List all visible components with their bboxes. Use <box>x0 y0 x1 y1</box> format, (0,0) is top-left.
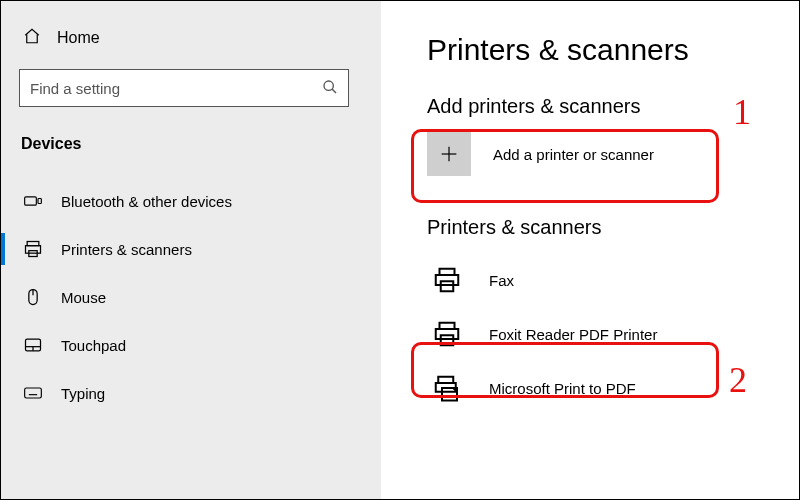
printer-glyph-icon <box>427 319 467 349</box>
sidebar-item-touchpad[interactable]: Touchpad <box>19 321 363 369</box>
svg-rect-21 <box>441 281 454 291</box>
svg-rect-1 <box>25 197 37 205</box>
add-printer-button[interactable]: Add a printer or scanner <box>427 132 727 176</box>
svg-rect-24 <box>441 335 454 345</box>
svg-rect-20 <box>436 275 459 285</box>
search-icon <box>322 79 338 98</box>
keyboard-icon <box>23 383 43 403</box>
printer-glyph-icon <box>427 265 467 295</box>
sidebar-section-label: Devices <box>21 135 363 153</box>
list-section-heading: Printers & scanners <box>427 216 759 239</box>
svg-rect-2 <box>38 199 41 204</box>
plus-icon <box>427 132 471 176</box>
printer-item-ms-print-pdf[interactable]: Microsoft Print to PDF <box>427 361 727 415</box>
sidebar-item-mouse[interactable]: Mouse <box>19 273 363 321</box>
sidebar-item-bluetooth[interactable]: Bluetooth & other devices <box>19 177 363 225</box>
svg-rect-23 <box>436 329 459 339</box>
sidebar-item-label: Touchpad <box>61 337 126 354</box>
sidebar-item-printers[interactable]: Printers & scanners <box>19 225 363 273</box>
svg-point-0 <box>324 81 333 90</box>
pdf-printer-glyph-icon <box>427 373 467 403</box>
add-section-heading: Add printers & scanners <box>427 95 759 118</box>
printer-item-foxit[interactable]: Foxit Reader PDF Printer <box>427 307 727 361</box>
svg-rect-11 <box>25 388 42 398</box>
home-nav[interactable]: Home <box>19 19 363 69</box>
main-panel: Printers & scanners Add printers & scann… <box>381 1 799 499</box>
search-input[interactable]: Find a setting <box>19 69 349 107</box>
printer-name: Microsoft Print to PDF <box>489 380 636 397</box>
settings-sidebar: Home Find a setting Devices Bluetooth & … <box>1 1 381 499</box>
add-printer-label: Add a printer or scanner <box>493 146 654 163</box>
touchpad-icon <box>23 335 43 355</box>
sidebar-item-label: Typing <box>61 385 105 402</box>
bluetooth-devices-icon <box>23 191 43 211</box>
printer-name: Foxit Reader PDF Printer <box>489 326 657 343</box>
mouse-icon <box>23 287 43 307</box>
home-label: Home <box>57 29 100 47</box>
printer-item-fax[interactable]: Fax <box>427 253 727 307</box>
sidebar-item-typing[interactable]: Typing <box>19 369 363 417</box>
sidebar-item-label: Printers & scanners <box>61 241 192 258</box>
printer-icon <box>23 239 43 259</box>
printer-list: Printers & scanners Fax Foxit Reader PDF… <box>427 216 759 415</box>
page-title: Printers & scanners <box>427 33 759 67</box>
search-placeholder: Find a setting <box>30 80 120 97</box>
printer-name: Fax <box>489 272 514 289</box>
sidebar-item-label: Mouse <box>61 289 106 306</box>
svg-rect-4 <box>26 246 41 254</box>
sidebar-nav: Bluetooth & other devices Printers & sca… <box>19 177 363 417</box>
home-icon <box>23 27 41 49</box>
sidebar-item-label: Bluetooth & other devices <box>61 193 232 210</box>
